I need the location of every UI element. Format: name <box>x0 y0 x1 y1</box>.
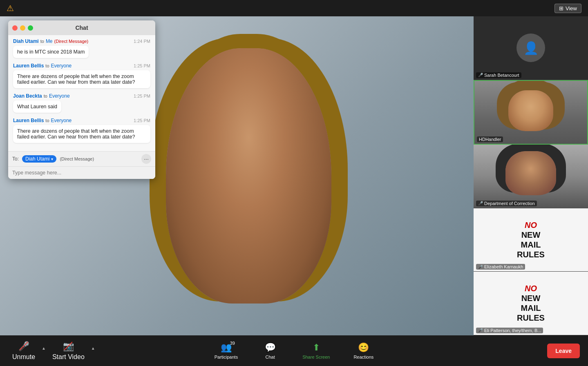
video-off-icon: 📷 <box>63 341 74 352</box>
chat-time-2: 1:25 PM <box>134 63 150 68</box>
bottom-toolbar: 🎤 Unmute ▲ 📷 Start Video ▲ 👥 39 Particip… <box>0 335 588 366</box>
chat-button[interactable]: 💬 Chat <box>256 340 284 362</box>
participant-tile-elizabeth: NO NEW MAIL RULES 🎤 Elizabeth Karnaukh <box>474 208 588 272</box>
start-video-label: Start Video <box>52 353 85 361</box>
chat-bubble-3: What Lauren said <box>13 100 61 113</box>
unmute-label: Unmute <box>12 353 35 361</box>
chat-meta-3: Joan Beckta to Everyone 1:25 PM <box>13 93 150 99</box>
tile-elizabeth-label: 🎤 Elizabeth Karnaukh <box>476 264 525 270</box>
share-screen-label: Share Screen <box>302 355 330 359</box>
eli-new-text: NEW <box>521 293 541 303</box>
top-bar: ⚠ ⊞ View <box>0 0 588 16</box>
new-text: NEW <box>521 230 541 240</box>
chat-time-4: 1:25 PM <box>134 118 150 123</box>
chat-to-1: to <box>40 39 44 44</box>
eli-bg: NO NEW MAIL RULES <box>474 272 588 335</box>
chat-to-line: To: Diah Utami ▾ (Direct Message) ··· <box>8 152 155 167</box>
video-caret[interactable]: ▲ <box>89 344 98 358</box>
chat-to-3: to <box>44 94 47 98</box>
mail-text: MAIL <box>521 240 541 250</box>
chat-meta-1: Diah Utami to Me (Direct Message) 1:24 P… <box>13 38 150 44</box>
no-text: NO <box>525 221 537 230</box>
chat-input[interactable] <box>12 170 151 176</box>
chat-to-4: to <box>45 118 49 123</box>
hd-handler-bg <box>474 81 587 144</box>
chat-input-line <box>8 167 155 179</box>
unmute-caret[interactable]: ▲ <box>39 344 48 358</box>
unmute-button[interactable]: 🎤 Unmute <box>8 339 39 363</box>
tile-hd-label: HDHandler <box>477 136 503 142</box>
chat-bubble-4: There are dozens of people that left whe… <box>13 125 150 143</box>
chat-dm-tag: (Direct Message) <box>60 156 94 161</box>
eli-rules-text: RULES <box>517 313 545 323</box>
chat-titlebar: Chat <box>8 20 155 35</box>
leave-button[interactable]: Leave <box>547 344 580 358</box>
toolbar-right: Leave <box>547 344 580 358</box>
participant-tile-sarah: 👤 🎤 Sarah Betancourt <box>474 16 588 80</box>
chat-recipient-name: Diah Utami <box>25 156 49 162</box>
participant-tile-doc: 🎤 Department of Correction <box>474 145 588 208</box>
chat-message-3: Joan Beckta to Everyone 1:25 PM What Lau… <box>13 93 150 113</box>
participants-label: Participants <box>215 355 238 359</box>
close-window-button[interactable] <box>12 25 18 31</box>
toolbar-left: 🎤 Unmute ▲ 📷 Start Video ▲ <box>8 339 98 363</box>
muted-mic-icon: 🎤 <box>18 341 29 352</box>
warning-icon: ⚠ <box>7 3 14 13</box>
sarah-avatar: 👤 <box>516 33 545 62</box>
participants-count-badge: 39 <box>230 341 235 346</box>
tile-eli-label: 🎤 Eli Patterson, they/them, B... <box>476 328 543 333</box>
doc-mic-icon: 🎤 <box>478 201 483 205</box>
chevron-down-icon: ▾ <box>51 157 53 161</box>
chat-meta-4: Lauren Bellis to Everyone 1:25 PM <box>13 118 150 123</box>
elizabeth-mic-icon: 🎤 <box>478 265 483 269</box>
reactions-button[interactable]: 😊 Reactions <box>348 340 379 362</box>
right-panel: 👤 🎤 Sarah Betancourt HDHandler 🎤 Departm… <box>474 16 588 335</box>
chat-time-3: 1:25 PM <box>134 94 150 98</box>
chat-recipient-2: Everyone <box>51 63 72 69</box>
participants-button[interactable]: 👥 39 Participants <box>209 340 244 362</box>
chat-panel: Chat Diah Utami to Me (Direct Message) 1… <box>8 20 155 179</box>
eli-mail-text: MAIL <box>521 303 541 313</box>
chat-message-2: Lauren Bellis to Everyone 1:25 PM There … <box>13 63 150 88</box>
chat-time-1: 1:24 PM <box>134 39 150 44</box>
chat-dm-1: (Direct Message) <box>54 39 89 44</box>
chat-meta-2: Lauren Bellis to Everyone 1:25 PM <box>13 63 150 69</box>
chat-message-1: Diah Utami to Me (Direct Message) 1:24 P… <box>13 38 150 58</box>
view-button[interactable]: ⊞ View <box>554 4 581 13</box>
share-screen-icon: ⬆ <box>313 342 320 353</box>
participants-icon-wrap: 👥 39 <box>221 342 232 353</box>
chat-to-label: To: <box>12 156 19 162</box>
eli-no-text: NO <box>525 284 537 293</box>
share-screen-button[interactable]: ⬆ Share Screen <box>297 340 335 362</box>
reactions-label: Reactions <box>353 355 373 359</box>
chat-sender-1[interactable]: Diah Utami <box>13 38 39 44</box>
participant-tile-eli: NO NEW MAIL RULES 🎤 Eli Patterson, they/… <box>474 272 588 335</box>
chat-sender-4[interactable]: Lauren Bellis <box>13 118 44 123</box>
chat-label: Chat <box>266 355 275 359</box>
chat-sender-3[interactable]: Joan Beckta <box>13 93 42 99</box>
chat-messages[interactable]: Diah Utami to Me (Direct Message) 1:24 P… <box>8 35 155 151</box>
doc-bg <box>474 145 588 208</box>
chat-options-button[interactable]: ··· <box>141 154 151 164</box>
start-video-group: 📷 Start Video ▲ <box>48 339 98 363</box>
tile-sarah-bg: 👤 <box>474 16 588 80</box>
chat-to-recipient-button[interactable]: Diah Utami ▾ <box>22 155 56 163</box>
minimize-window-button[interactable] <box>20 25 25 31</box>
tile-sarah-label: 🎤 Sarah Betancourt <box>476 72 521 78</box>
unmute-group: 🎤 Unmute ▲ <box>8 339 48 363</box>
chat-message-4: Lauren Bellis to Everyone 1:25 PM There … <box>13 118 150 143</box>
chat-recipient-1: Me <box>46 38 53 44</box>
maximize-window-button[interactable] <box>28 25 33 31</box>
rules-text: RULES <box>517 250 545 259</box>
sarah-mic-icon: 🎤 <box>478 73 483 77</box>
chat-sender-2[interactable]: Lauren Bellis <box>13 63 44 69</box>
start-video-button[interactable]: 📷 Start Video <box>48 339 89 363</box>
chat-recipient-4: Everyone <box>51 118 72 123</box>
chat-icon: 💬 <box>265 342 276 353</box>
chat-recipient-3: Everyone <box>49 93 70 99</box>
chat-footer: To: Diah Utami ▾ (Direct Message) ··· <box>8 151 155 179</box>
elizabeth-bg: NO NEW MAIL RULES <box>474 208 588 272</box>
tile-doc-label: 🎤 Department of Correction <box>476 201 537 206</box>
reactions-icon: 😊 <box>358 342 369 353</box>
chat-bubble-2: There are dozens of people that left whe… <box>13 70 150 88</box>
